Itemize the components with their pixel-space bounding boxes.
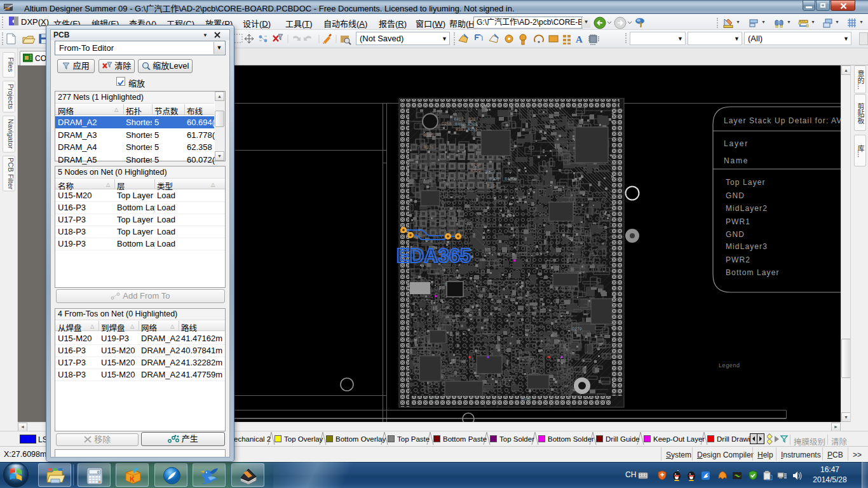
svg-text:R402: R402 [455, 123, 465, 127]
svg-text:R419: R419 [505, 177, 515, 182]
svg-text:C279: C279 [572, 327, 582, 332]
svg-text:Layer Stack Up Detail for: AVI: Layer Stack Up Detail for: AVI [724, 116, 841, 125]
svg-text:R417: R417 [454, 118, 464, 122]
svg-text:A: A [576, 34, 583, 44]
svg-text:R383: R383 [456, 128, 466, 132]
svg-text:PWR2: PWR2 [726, 255, 750, 264]
svg-text:R385: R385 [424, 133, 434, 138]
svg-text:Name: Name [724, 156, 749, 165]
svg-text:Top Layer: Top Layer [726, 178, 766, 187]
svg-text:R378: R378 [485, 170, 496, 175]
svg-text:P13: P13 [487, 184, 495, 189]
svg-text:R388: R388 [468, 123, 478, 127]
svg-text:MidLayer2: MidLayer2 [726, 204, 768, 213]
svg-text:R750: R750 [471, 163, 481, 168]
svg-text:Legend: Legend [719, 362, 740, 369]
svg-text:Bottom Layer: Bottom Layer [726, 268, 780, 277]
svg-text:C258: C258 [442, 122, 452, 126]
svg-text:GND: GND [726, 191, 745, 200]
svg-text:GND: GND [726, 230, 745, 239]
svg-text:EDA365: EDA365 [397, 245, 471, 267]
svg-text:R387: R387 [468, 118, 478, 122]
svg-text:PWR1: PWR1 [726, 217, 750, 226]
svg-text:MidLayer3: MidLayer3 [726, 242, 768, 251]
svg-text:R381: R381 [468, 128, 478, 132]
svg-text:R329: R329 [471, 169, 481, 173]
svg-text:R370: R370 [424, 146, 434, 150]
svg-text:R398: R398 [489, 177, 499, 182]
svg-text:K: K [130, 475, 135, 483]
svg-text:Layer: Layer [724, 139, 749, 148]
